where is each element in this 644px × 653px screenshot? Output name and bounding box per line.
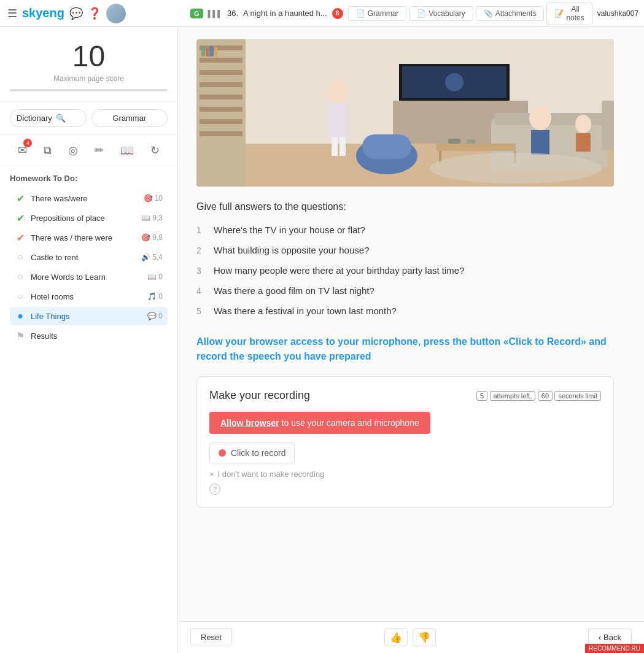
book-icon: 📖 xyxy=(120,144,134,156)
no-record-link[interactable]: × I don't want to make recording xyxy=(209,469,601,479)
svg-rect-21 xyxy=(602,101,614,150)
target-icon: ◎ xyxy=(68,144,78,156)
messages-badge: 4 xyxy=(23,139,32,147)
question-text: What building is opposite your house? xyxy=(214,245,370,255)
hw-label: Results xyxy=(31,331,163,341)
grammar-label: Grammar xyxy=(112,114,146,123)
questions-intro: Give full answers to the questions: xyxy=(196,201,626,212)
book-icon2: 📖 xyxy=(147,272,157,281)
topbar-left: ☰ skyeng 💬 ❓ xyxy=(7,4,185,23)
score-bar xyxy=(10,89,168,91)
copy-icon-btn[interactable]: ⧉ xyxy=(41,142,54,160)
homework-section: Homework To Do: ✔ There was/were 🎯 10 ✔ … xyxy=(0,166,177,653)
grammar-doc-icon: 📄 xyxy=(356,9,365,18)
question-num: 2 xyxy=(196,245,206,255)
hw-label: More Words to Learn xyxy=(31,272,142,282)
attempts-label: attempts left, xyxy=(490,391,536,401)
thumbup-button[interactable]: 👍 xyxy=(384,628,408,646)
recording-box: Make your recording 5 attempts left, 60 … xyxy=(196,376,614,508)
dictionary-label: Dictionary xyxy=(17,114,52,123)
room-image xyxy=(196,39,614,187)
edit-icon: ✏ xyxy=(95,144,104,156)
svg-rect-7 xyxy=(200,95,242,99)
chat-icon[interactable]: 💬 xyxy=(69,7,83,20)
dict-grammar-row: Dictionary 🔍 Grammar xyxy=(0,102,177,135)
recording-header: Make your recording 5 attempts left, 60 … xyxy=(209,389,601,402)
help-icon[interactable]: ❓ xyxy=(88,7,101,20)
svg-rect-33 xyxy=(339,137,346,156)
lesson-badge: G xyxy=(190,9,203,18)
list-item: 4 Was there a good film on TV last night… xyxy=(196,285,626,296)
list-item[interactable]: ○ More Words to Learn 📖 0 xyxy=(10,268,168,286)
book-icon-btn[interactable]: 📖 xyxy=(118,141,136,160)
tab-attachments[interactable]: 📎 Attachments xyxy=(476,6,545,21)
svg-rect-25 xyxy=(576,133,591,152)
svg-rect-12 xyxy=(206,48,209,56)
recording-title: Make your recording xyxy=(209,389,310,402)
list-item[interactable]: ○ Castle to rent 🔊 5,4 xyxy=(10,248,168,266)
check-orange-icon: ✔ xyxy=(15,232,26,243)
score-icon: 🎯 xyxy=(144,194,153,203)
flag-icon: ⚑ xyxy=(15,330,26,341)
toolbar-icons: ✉ 4 ⧉ ◎ ✏ 📖 ↻ xyxy=(0,135,177,166)
sidebar: 10 Maximum page score Dictionary 🔍 Gramm… xyxy=(0,27,178,653)
svg-rect-36 xyxy=(448,139,460,144)
tab-grammar[interactable]: 📄 Grammar xyxy=(348,6,407,21)
list-item[interactable]: ✔ Prepositions of place 📖 9,3 xyxy=(10,209,168,227)
messages-icon-btn[interactable]: ✉ 4 xyxy=(15,141,29,160)
list-item[interactable]: ✔ There was/were 🎯 10 xyxy=(10,189,168,207)
list-item[interactable]: ⚑ Results xyxy=(10,326,168,345)
attempts-info: 5 attempts left, 60 seconds limit xyxy=(476,392,601,400)
topbar: ☰ skyeng 💬 ❓ G ▌▌▌ 36. A night in a haun… xyxy=(0,0,644,27)
check-green-icon: ✔ xyxy=(15,212,26,223)
score-label: Maximum page score xyxy=(10,74,168,83)
vocabulary-doc-icon: 📄 xyxy=(417,9,426,18)
sound-icon: 🔊 xyxy=(141,253,150,261)
refresh-icon-btn[interactable]: ↻ xyxy=(148,141,162,160)
question-num: 1 xyxy=(196,225,206,235)
circle-icon: ○ xyxy=(15,291,26,302)
hw-label: Life Things xyxy=(31,312,142,321)
click-to-record-button[interactable]: Click to record xyxy=(209,442,295,463)
refresh-icon: ↻ xyxy=(150,144,160,156)
copy-icon: ⧉ xyxy=(44,144,52,156)
search-icon: 🔍 xyxy=(56,114,66,123)
circle-icon: ○ xyxy=(15,271,26,282)
homework-title: Homework To Do: xyxy=(10,174,168,183)
tab-vocabulary[interactable]: 📄 Vocabulary xyxy=(409,6,473,21)
lesson-title: A night in a haunted h... xyxy=(243,9,327,18)
lesson-info: G ▌▌▌ 36. A night in a haunted h... 8 xyxy=(190,8,343,19)
help-question-icon[interactable]: ? xyxy=(209,484,220,495)
chat-icon2: 💬 xyxy=(147,312,157,320)
attempts-num: 5 xyxy=(476,391,487,401)
grammar-button[interactable]: Grammar xyxy=(91,109,168,127)
username-text: valushka007 xyxy=(597,9,638,18)
svg-rect-32 xyxy=(332,137,338,156)
list-item[interactable]: ○ Hotel rooms 🎵 0 xyxy=(10,287,168,306)
list-item[interactable]: ● Life Things 💬 0 xyxy=(10,307,168,325)
question-num: 5 xyxy=(196,306,206,316)
thumbdown-button[interactable]: 👎 xyxy=(413,628,436,646)
hw-label: There was / there were xyxy=(31,233,136,242)
question-text: Was there a good film on TV last night? xyxy=(214,285,374,296)
hw-score: 🎯 9,8 xyxy=(141,233,163,242)
reset-button[interactable]: Reset xyxy=(190,628,232,646)
question-text: Was there a festival in your town last m… xyxy=(214,306,397,316)
allow-browser-button[interactable]: Allow browser to use your camera and mic… xyxy=(209,412,430,434)
edit-icon-btn[interactable]: ✏ xyxy=(92,141,106,160)
hw-score: 💬 0 xyxy=(147,312,163,320)
tab-all-notes[interactable]: 📝 All notes xyxy=(546,2,592,25)
list-item: 2 What building is opposite your house? xyxy=(196,245,626,255)
target-icon-btn[interactable]: ◎ xyxy=(66,141,80,160)
brand-logo: skyeng xyxy=(22,6,64,20)
target-score-icon: 🎯 xyxy=(141,233,150,242)
hamburger-icon[interactable]: ☰ xyxy=(7,7,17,20)
list-item: 3 How many people were there at your bir… xyxy=(196,265,626,276)
svg-rect-6 xyxy=(200,82,242,87)
bottom-bar: Reset 👍 👎 ‹ Back xyxy=(178,621,644,653)
allow-browser-link-text: Allow browser xyxy=(220,418,279,428)
list-item: 1 Where's the TV in your house or flat? xyxy=(196,225,626,235)
dictionary-button[interactable]: Dictionary 🔍 xyxy=(10,109,87,127)
list-item[interactable]: ✔ There was / there were 🎯 9,8 xyxy=(10,228,168,247)
question-num: 3 xyxy=(196,266,206,276)
